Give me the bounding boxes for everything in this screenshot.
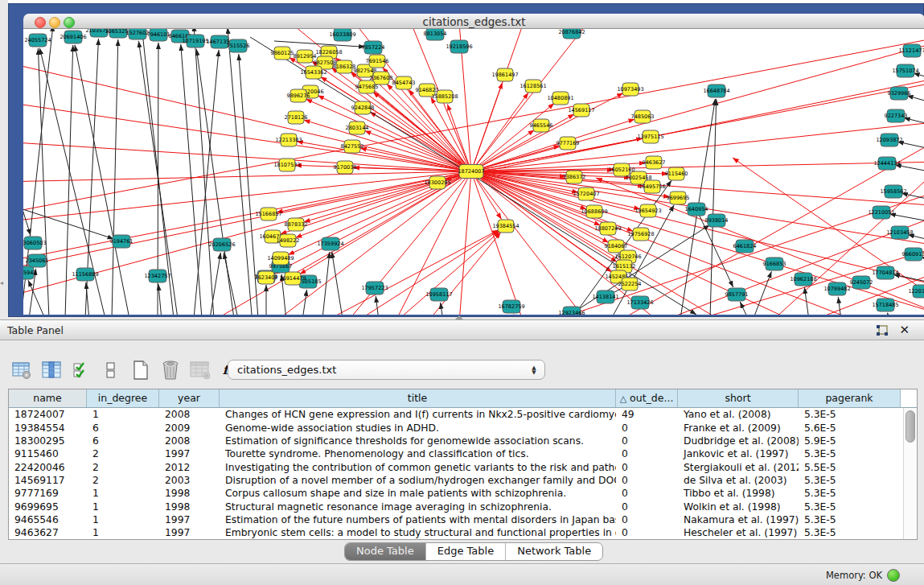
network-node[interactable]: 9777169 <box>556 137 580 150</box>
network-node[interactable]: 19218596 <box>446 40 472 53</box>
network-node[interactable]: 17704814 <box>872 266 898 279</box>
table-selector-dropdown[interactable]: citations_edges.txt ▲▼ <box>228 360 545 380</box>
network-node[interactable]: 12444134 <box>873 157 900 170</box>
table-cell[interactable]: 9699695 <box>9 501 87 513</box>
table-row[interactable]: 969969511998Structural magnetic resonanc… <box>9 500 917 513</box>
network-node[interactable]: 17957223 <box>361 282 388 295</box>
table-cell[interactable]: Dudbridge et al. (2008) <box>678 435 799 447</box>
network-node[interactable]: 7485063 <box>631 110 655 123</box>
table-cell[interactable]: Changes of HCN gene expression and I(f) … <box>220 409 616 420</box>
table-cell[interactable]: 5.3E-5 <box>799 475 901 486</box>
network-node[interactable]: 10958117 <box>425 288 452 301</box>
network-node[interactable]: 6461824 <box>733 240 757 253</box>
panel-collapse-arrow-icon[interactable]: ◂ <box>0 278 7 288</box>
table-settings-icon[interactable] <box>11 360 32 381</box>
network-edge[interactable] <box>471 171 924 286</box>
table-cell[interactable]: 2 <box>87 462 159 473</box>
network-node[interactable]: 9242848 <box>351 101 375 114</box>
table-row[interactable]: 1456911722003Disruption of a novel membe… <box>9 474 917 487</box>
network-node[interactable]: 24055724 <box>24 34 51 47</box>
network-node[interactable]: 16648784 <box>703 84 729 97</box>
scrollbar-thumb[interactable] <box>906 410 915 443</box>
network-edge[interactable] <box>431 97 471 171</box>
table-cell[interactable]: Embryonic stem cells: a model to study s… <box>220 527 616 538</box>
network-node[interactable]: 2718126 <box>285 111 308 124</box>
table-cell[interactable]: 0 <box>616 435 678 447</box>
new-table-icon[interactable] <box>130 360 151 381</box>
network-node[interactable]: 16782759 <box>498 300 524 313</box>
network-edge[interactable] <box>302 290 307 315</box>
table-cell[interactable]: 0 <box>616 422 678 434</box>
network-edge[interactable] <box>753 271 771 315</box>
network-node[interactable]: 15958562 <box>880 185 906 198</box>
network-node[interactable]: 7946101 <box>147 29 170 41</box>
column-header-year[interactable]: year <box>159 389 220 407</box>
column-header-pagerank[interactable]: pagerank <box>799 389 901 407</box>
table-cell[interactable]: 9115460 <box>9 448 87 459</box>
memory-status-indicator[interactable] <box>887 569 900 582</box>
network-node[interactable]: 8454743 <box>392 76 416 89</box>
network-node[interactable]: 19654923 <box>634 204 661 217</box>
table-cell[interactable]: 1 <box>87 514 159 525</box>
table-cell[interactable]: 0 <box>616 501 678 513</box>
table-cell[interactable]: 9463627 <box>9 527 87 538</box>
network-node[interactable]: 12213383 <box>275 134 302 146</box>
table-cell[interactable]: 5.6E-5 <box>799 422 901 434</box>
float-panel-icon[interactable] <box>876 324 889 337</box>
network-edge[interactable] <box>471 171 660 315</box>
network-node[interactable]: 10480891 <box>547 92 573 105</box>
table-cell[interactable]: 1 <box>87 527 159 538</box>
network-node[interactable]: 13975115 <box>637 130 663 143</box>
network-node[interactable]: 1498222 <box>277 234 300 247</box>
network-node[interactable]: 20206526 <box>208 238 235 251</box>
network-edge[interactable] <box>471 162 924 171</box>
table-cell[interactable]: 2008 <box>159 435 220 447</box>
network-edge[interactable] <box>471 103 554 171</box>
table-cell[interactable]: Disruption of a novel member of a sodium… <box>220 475 616 486</box>
network-edge[interactable] <box>23 171 471 262</box>
table-cell[interactable]: 18724007 <box>9 409 87 420</box>
table-cell[interactable]: Estimation of significance thresholds fo… <box>220 435 616 447</box>
table-row[interactable]: 1938455462009Genome-wide association stu… <box>9 421 917 434</box>
table-cell[interactable]: Hescheler et al. (1997) <box>678 527 799 538</box>
network-node[interactable]: 14138141 <box>592 290 618 303</box>
network-node[interactable]: 9860125 <box>271 47 294 60</box>
table-cell[interactable]: 1 <box>87 501 159 513</box>
table-cell[interactable]: de Silva et al. (2003) <box>678 475 799 486</box>
tab-edge-table[interactable]: Edge Table <box>426 543 506 560</box>
table-cell[interactable]: Jankovic et al. (1997) <box>678 448 799 459</box>
show-hide-columns-icon[interactable] <box>71 360 92 381</box>
network-node[interactable]: 16033809 <box>329 29 355 41</box>
table-cell[interactable]: 1997 <box>159 448 220 459</box>
network-node[interactable]: 14569117 <box>568 104 594 117</box>
network-node[interactable]: 18807249 <box>594 222 621 235</box>
table-cell[interactable]: 1 <box>87 488 159 499</box>
network-edge[interactable] <box>224 253 238 315</box>
network-node[interactable]: 2345061 <box>26 254 49 267</box>
table-cell[interactable]: 0 <box>616 514 678 525</box>
table-row[interactable]: 946362711997Embryonic stem cells: a mode… <box>9 526 917 539</box>
table-cell[interactable]: Yano et al. (2008) <box>678 409 799 420</box>
network-node[interactable]: 1640954 <box>685 203 708 216</box>
network-node[interactable]: 15720407 <box>573 187 599 200</box>
network-edge[interactable] <box>347 171 471 315</box>
network-node[interactable]: 11121477 <box>898 44 924 57</box>
table-row[interactable]: 911546021997Tourette syndrome. Phenomeno… <box>9 447 917 460</box>
table-row[interactable]: 977716911998Corpus callosum shape and si… <box>9 487 917 500</box>
table-cell[interactable]: Tibbo et al. (1998) <box>678 488 799 499</box>
table-cell[interactable]: 49 <box>616 409 678 420</box>
table-cell[interactable]: 9777169 <box>9 488 87 499</box>
table-cell[interactable]: Wolkin et al. (1998) <box>678 501 799 513</box>
network-node[interactable]: 19756928 <box>627 228 654 241</box>
table-cell[interactable]: 0 <box>616 448 678 459</box>
table-cell[interactable]: 5.5E-5 <box>799 462 901 473</box>
network-node[interactable]: 9465546 <box>530 119 553 132</box>
table-cell[interactable]: 6 <box>87 422 159 434</box>
table-cell[interactable]: Tourette syndrome. Phenomenology and cla… <box>220 448 616 459</box>
network-edge[interactable] <box>194 29 214 315</box>
network-node[interactable]: 23060503 <box>23 237 47 249</box>
network-node[interactable]: 8186328 <box>333 60 356 73</box>
table-cell[interactable]: Franke et al. (2009) <box>678 422 799 434</box>
network-view-frame[interactable]: citations_edges.txt 24055724206914062103… <box>8 3 924 317</box>
network-edge[interactable] <box>274 41 365 47</box>
